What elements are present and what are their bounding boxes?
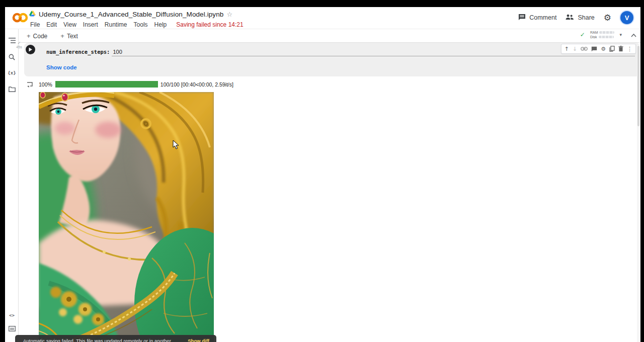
- progress-bar: [55, 81, 158, 88]
- show-diff-link[interactable]: Show diff: [188, 338, 209, 342]
- disk-label: Disk: [590, 35, 597, 39]
- ram-label: RAM: [590, 31, 598, 34]
- vertical-scrollbar[interactable]: [637, 45, 640, 342]
- add-comment-icon[interactable]: [591, 46, 597, 52]
- add-code-button[interactable]: + Code: [23, 31, 51, 41]
- plus-icon: +: [27, 32, 31, 40]
- tqdm-progress: 100% 100/100 [00:40<00:00, 2.59it/s]: [39, 81, 233, 88]
- comment-icon: [518, 14, 526, 22]
- menu-runtime[interactable]: Runtime: [105, 21, 127, 28]
- move-cell-down-icon[interactable]: ↓: [573, 46, 577, 52]
- add-text-button[interactable]: + Text: [56, 31, 82, 41]
- save-failed-toast: Automatic saving failed. This file was u…: [15, 335, 216, 342]
- cell-toolbar: ↑ ↓ ⚙: [561, 44, 636, 54]
- menu-tools[interactable]: Tools: [134, 21, 148, 28]
- progress-percent: 100%: [39, 81, 52, 88]
- menu-file[interactable]: File: [30, 21, 40, 28]
- executed-check-icon: ✓: [14, 41, 24, 45]
- code-cell[interactable]: num_inference_steps: 100 Show code ↑ ↓: [24, 43, 640, 76]
- disk-meter: [599, 36, 614, 38]
- ram-meter: [599, 31, 614, 34]
- scrollbar-thumb[interactable]: [637, 46, 639, 126]
- header-right: Comment Share ⚙ V: [518, 11, 633, 24]
- files-folder-icon[interactable]: [5, 83, 19, 95]
- share-label: Share: [578, 14, 594, 21]
- title-row: Udemy_Course_1_Advanced_Stable_Diffusion…: [29, 10, 232, 19]
- share-people-icon: [566, 14, 574, 22]
- menu-edit[interactable]: Edit: [46, 21, 57, 28]
- save-status[interactable]: Saving failed since 14:21: [176, 21, 243, 28]
- progress-stats: 100/100 [00:40<00:00, 2.59it/s]: [160, 81, 233, 88]
- comment-label: Comment: [529, 14, 556, 21]
- add-text-label: Text: [67, 33, 78, 40]
- cell-execution-indicator: ✓ 45s: [14, 41, 24, 49]
- output-window-icon[interactable]: [27, 81, 33, 90]
- search-icon[interactable]: [5, 51, 19, 62]
- star-icon[interactable]: ☆: [226, 11, 232, 18]
- menu-view[interactable]: View: [63, 21, 76, 28]
- menu-help[interactable]: Help: [154, 21, 167, 28]
- code-snippets-icon[interactable]: <>: [5, 310, 19, 321]
- run-cell-button[interactable]: [26, 45, 35, 54]
- notebook-toolbar: + Code + Text ✓ RAM: [19, 29, 640, 43]
- app-header: Udemy_Course_1_Advanced_Stable_Diffusion…: [5, 7, 640, 29]
- user-avatar[interactable]: V: [620, 11, 633, 24]
- more-cell-actions-icon[interactable]: ⋮: [627, 46, 632, 52]
- generated-portrait-image: [39, 92, 214, 342]
- colab-window: Udemy_Course_1_Advanced_Stable_Diffusion…: [5, 7, 640, 342]
- menubar: File Edit View Insert Runtime Tools Help…: [30, 21, 244, 28]
- form-field-label: num_inference_steps:: [46, 49, 110, 55]
- terminal-icon[interactable]: [5, 323, 19, 334]
- variables-icon[interactable]: {x}: [5, 67, 19, 78]
- execution-time: 45s: [14, 45, 24, 49]
- cell-settings-gear-icon[interactable]: ⚙: [601, 46, 606, 52]
- delete-cell-icon[interactable]: [618, 46, 623, 52]
- toast-message: Automatic saving failed. This file was u…: [23, 338, 180, 342]
- colab-logo-icon[interactable]: [12, 12, 28, 23]
- move-cell-up-icon[interactable]: ↑: [565, 46, 569, 52]
- runtime-dropdown-caret-icon[interactable]: ▾: [619, 32, 622, 37]
- collapse-header-chevron-icon[interactable]: [631, 30, 636, 39]
- add-code-label: Code: [33, 33, 48, 40]
- left-sidebar: {x} <>: [5, 29, 19, 342]
- copy-cell-icon[interactable]: [609, 46, 615, 52]
- comment-button[interactable]: Comment: [518, 14, 556, 22]
- share-button[interactable]: Share: [566, 14, 594, 22]
- resource-monitor[interactable]: RAM Disk: [590, 31, 615, 39]
- notebook-title[interactable]: Udemy_Course_1_Advanced_Stable_Diffusion…: [39, 11, 223, 18]
- num-inference-steps-input[interactable]: 100: [112, 49, 635, 56]
- notebook-area: num_inference_steps: 100 Show code ↑ ↓: [19, 43, 640, 342]
- menu-insert[interactable]: Insert: [83, 21, 98, 28]
- plus-icon: +: [60, 32, 64, 40]
- drive-icon: [29, 10, 36, 19]
- screen-frame: Udemy_Course_1_Advanced_Stable_Diffusion…: [0, 0, 644, 342]
- play-icon: [28, 47, 33, 52]
- form-field-row: num_inference_steps: 100: [46, 49, 635, 59]
- connected-check-icon: ✓: [580, 31, 585, 38]
- copy-link-to-cell-icon[interactable]: [581, 47, 588, 51]
- show-code-link[interactable]: Show code: [46, 64, 77, 70]
- settings-gear-icon[interactable]: ⚙: [604, 13, 611, 23]
- progress-bar-fill: [55, 81, 158, 88]
